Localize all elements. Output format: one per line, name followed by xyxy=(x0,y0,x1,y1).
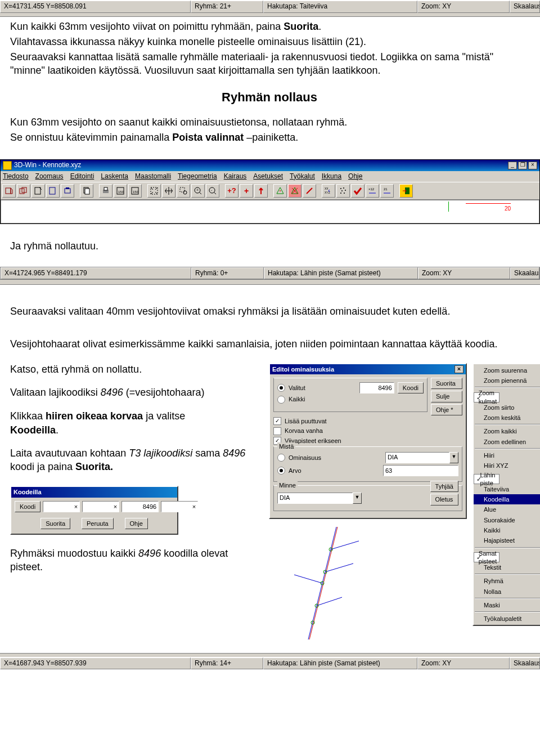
menu-editointi[interactable]: Editointi xyxy=(70,172,94,181)
tool-x12[interactable]: ×12 xyxy=(366,184,379,198)
tool-1[interactable] xyxy=(2,184,16,198)
tool-4[interactable] xyxy=(46,184,60,198)
ohje-button[interactable]: Ohje * xyxy=(431,404,462,415)
menu-item[interactable]: Lähin piste xyxy=(474,474,500,484)
menu-zoomaus[interactable]: Zoomaus xyxy=(35,172,64,181)
tool-check-red[interactable] xyxy=(351,184,364,198)
canvas-label-20: 20 xyxy=(505,205,511,212)
menu-item[interactable]: Zoom keskitä xyxy=(474,413,540,423)
tool-xyz[interactable]: XXXYZ xyxy=(322,184,335,198)
tool-triangle-x[interactable] xyxy=(288,184,302,198)
radio-kaikki[interactable] xyxy=(277,396,285,404)
menu-ikkuna[interactable]: Ikkuna xyxy=(322,172,341,181)
koodi-button[interactable]: Koodi xyxy=(398,382,424,393)
status-bar-2: X=41724.965 Y=88491.179 Ryhmä: 0+ Hakuta… xyxy=(0,267,540,280)
minne-combo[interactable]: DIA xyxy=(277,493,353,504)
valitut-count-field[interactable] xyxy=(359,382,394,393)
menu-item[interactable]: Kaikki xyxy=(474,525,540,535)
koodi-label-button[interactable]: Koodi xyxy=(15,501,40,512)
menu-tiegeometria[interactable]: Tiegeometria xyxy=(178,172,217,181)
menu-item[interactable]: Zoom kulmat xyxy=(474,392,500,402)
tool-arrow-red[interactable] xyxy=(254,184,268,198)
koodi-field-2[interactable] xyxy=(82,501,119,512)
mista-combo[interactable]: DIA xyxy=(385,452,449,463)
koodi-field-4[interactable] xyxy=(161,501,198,512)
chk-korvaa-vanha[interactable] xyxy=(273,427,281,435)
menu-item[interactable]: Hajapisteet xyxy=(474,535,540,545)
menu-item[interactable]: Zoom kaikki xyxy=(474,426,540,436)
tool-copy[interactable] xyxy=(80,184,93,198)
para-5: Se onnistuu kätevimmin painamalla Poista… xyxy=(10,131,529,144)
tool-scatter[interactable] xyxy=(336,184,350,198)
menu-asetukset[interactable]: Asetukset xyxy=(253,172,283,181)
menu-item[interactable]: Ryhmä xyxy=(474,576,540,586)
menu-item[interactable]: Zoom edellinen xyxy=(474,437,540,447)
app-icon xyxy=(3,161,12,170)
tool-plusq[interactable]: +? xyxy=(225,184,238,198)
radio-valitut[interactable] xyxy=(277,384,285,392)
menu-item[interactable]: Zoom siirto xyxy=(474,402,540,413)
canvas-area[interactable]: 20 xyxy=(1,200,539,223)
menu-tyokalut[interactable]: Työkalut xyxy=(290,172,315,181)
tool-21[interactable]: 21 xyxy=(380,184,394,198)
window-3dwin: 3D-Win - Kennotie.xyz _ ❐ × Tiedosto Zoo… xyxy=(0,159,540,225)
menu-ohje[interactable]: Ohje xyxy=(348,172,362,181)
tool-plus[interactable]: + xyxy=(240,184,253,198)
tool-zoomwin[interactable] xyxy=(177,184,190,198)
oletus-button[interactable]: Oletus xyxy=(430,494,458,505)
tool-pan[interactable] xyxy=(162,184,176,198)
radio-ominaisuus[interactable] xyxy=(277,454,285,462)
tool-grid1[interactable]: 150 xyxy=(114,184,127,198)
koodeilla-suorita-button[interactable]: Suorita xyxy=(40,518,70,529)
koodeilla-ohje-button[interactable]: Ohje xyxy=(125,518,148,529)
dlg-close-icon[interactable]: × xyxy=(454,365,464,373)
sulje-button[interactable]: Sulje xyxy=(431,391,462,402)
menu-item[interactable]: Alue xyxy=(474,504,540,515)
menu-item[interactable]: Zoom pienennä xyxy=(474,375,540,386)
radio-arvo[interactable] xyxy=(277,467,285,475)
tool-print[interactable] xyxy=(99,184,112,198)
tool-slash[interactable] xyxy=(303,184,316,198)
koodi-field-1[interactable] xyxy=(43,501,80,512)
tool-3[interactable] xyxy=(32,184,45,198)
menu-maastomalli[interactable]: Maastomalli xyxy=(135,172,171,181)
menu-laskenta[interactable]: Laskenta xyxy=(101,172,128,181)
menu-item[interactable]: Taiteviiva xyxy=(474,484,540,494)
suorita-button[interactable]: Suorita xyxy=(431,378,462,389)
menu-item[interactable]: Työkalupaletit xyxy=(474,614,540,624)
close-button[interactable]: × xyxy=(528,162,537,169)
koodeilla-peruuta-button[interactable]: Peruuta xyxy=(82,518,114,529)
tool-zoomout[interactable]: - xyxy=(206,184,219,198)
tool-fit[interactable] xyxy=(147,184,161,198)
tool-5[interactable] xyxy=(61,184,74,198)
tool-zoomin[interactable]: + xyxy=(191,184,205,198)
tyhjaa-button[interactable]: Tyhjää xyxy=(430,481,458,492)
para-7: Seuraavaksi valitaan 40mm vesijohtoviiva… xyxy=(10,305,529,318)
koodi-field-3[interactable] xyxy=(122,501,159,512)
tool-triangle[interactable] xyxy=(273,184,287,198)
maximize-button[interactable]: ❐ xyxy=(518,162,527,169)
status-xy: X=41731.455 Y=88508.091 xyxy=(0,1,191,13)
menu-item[interactable]: Suorakaide xyxy=(474,515,540,525)
menu-item[interactable]: Hiiri XYZ xyxy=(474,460,540,471)
menu-item[interactable]: Maski xyxy=(474,600,540,610)
menu-item[interactable]: Koodeilla xyxy=(474,494,540,504)
svg-rect-6 xyxy=(65,189,70,193)
chevron-down-icon[interactable]: ▼ xyxy=(449,452,458,463)
tool-2[interactable] xyxy=(17,184,30,198)
chk-lisaa-puuttuvat[interactable] xyxy=(273,417,281,425)
chevron-down-icon-2[interactable]: ▼ xyxy=(353,493,362,504)
menu-kairaus[interactable]: Kairaus xyxy=(224,172,247,181)
arvo-field[interactable] xyxy=(383,465,458,476)
menu-item[interactable]: Samat pisteet xyxy=(474,552,500,562)
svg-point-31 xyxy=(341,190,343,191)
tool-exit[interactable] xyxy=(399,184,413,198)
minimize-button[interactable]: _ xyxy=(508,162,517,169)
menu-item[interactable]: Hiiri xyxy=(474,450,540,460)
menu-item[interactable]: Nollaa xyxy=(474,587,540,597)
status-zoom-3: Zoom: XY xyxy=(417,657,510,670)
tool-grid2[interactable]: 150 xyxy=(128,184,142,198)
menu-item[interactable]: Tekstit xyxy=(474,562,540,572)
menu-item[interactable]: Zoom suurenna xyxy=(474,365,540,375)
menu-tiedosto[interactable]: Tiedosto xyxy=(3,172,29,181)
